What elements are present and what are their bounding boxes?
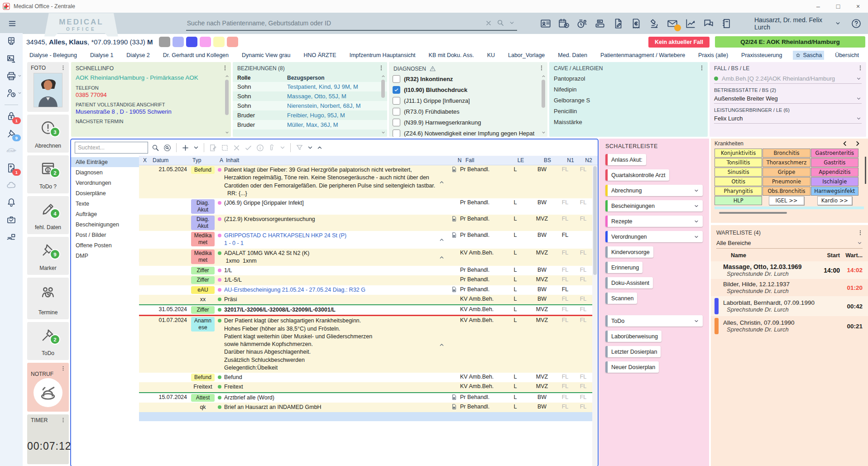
no-current-case-button[interactable]: Kein aktueller Fall bbox=[648, 37, 710, 48]
collapse-arrow-icon[interactable] bbox=[439, 167, 445, 197]
schnellinfo-scrollbar[interactable] bbox=[224, 74, 230, 135]
beziehungen-scrollbar[interactable] bbox=[380, 74, 386, 135]
schalter-rezepte[interactable]: Rezepte bbox=[605, 216, 703, 227]
panel-menu-icon[interactable] bbox=[857, 65, 863, 71]
tile-abrechnen[interactable]: 3Abrechnen bbox=[27, 115, 69, 153]
filter-bescheinigungen[interactable]: Bescheinigungen bbox=[71, 220, 139, 230]
krankheiten-vscrollbar[interactable] bbox=[865, 157, 866, 184]
tab-med-daten[interactable]: Med. Daten bbox=[556, 51, 590, 60]
timeline-row[interactable]: qkBrief an Hausarzt an INDAMED GmbHPr Be… bbox=[139, 403, 592, 412]
statistics-icon[interactable] bbox=[685, 18, 696, 29]
toolbox-icon[interactable] bbox=[0, 211, 23, 228]
printer-icon[interactable] bbox=[0, 67, 23, 85]
person-clock-icon[interactable] bbox=[0, 85, 23, 102]
beziehung-row[interactable]: SohnMassage, Otto, 55J, M bbox=[233, 91, 387, 101]
cabinet-icon[interactable] bbox=[0, 33, 23, 50]
krankheit-konjunktivitis[interactable]: Konjunktivitis bbox=[715, 149, 762, 158]
schalter-quartalskontrolle-arzt[interactable]: Quartalskontrolle Arzt bbox=[605, 169, 669, 181]
ledger-icon[interactable] bbox=[721, 18, 733, 29]
mail-icon[interactable] bbox=[667, 18, 678, 29]
tab-labor-vorlage[interactable]: Labor_Vorlage bbox=[506, 51, 547, 60]
timeline-grid-header[interactable]: X Datum Typ A Inhalt N Fall LE BS N1 N2 bbox=[139, 156, 598, 165]
patient-marker-blue[interactable] bbox=[186, 37, 197, 47]
diagnose-checkbox[interactable] bbox=[393, 130, 400, 137]
hand-box-icon[interactable] bbox=[0, 228, 23, 245]
tab-patientenmanagment-wartebere[interactable]: Patientenmanagment / Wartebere bbox=[598, 51, 687, 60]
minimize-button[interactable]: – bbox=[808, 0, 828, 13]
krankheit-obs-bronchitis[interactable]: Obs.Bronchitis bbox=[762, 187, 810, 196]
diagnose-checkbox[interactable] bbox=[393, 86, 400, 94]
krankheiten-prev-icon[interactable] bbox=[842, 140, 848, 147]
tab-dialyse-belegung[interactable]: Dialyse - Belegung bbox=[27, 51, 79, 60]
schalter-kindervorsorge[interactable]: Kindervorsorge bbox=[605, 246, 653, 258]
diagnose-item[interactable]: (N39.9) Harnwegserkrankung bbox=[389, 117, 547, 128]
panel-menu-icon[interactable] bbox=[222, 65, 228, 71]
tab-praxis-alle-[interactable]: Praxis (alle) bbox=[696, 51, 730, 60]
timeline-row[interactable]: Ziffer1/LPr Behandl.LBWFLFL bbox=[139, 266, 592, 275]
patient-search-input[interactable] bbox=[186, 19, 483, 27]
tab--bersicht[interactable]: Übersicht bbox=[833, 51, 861, 60]
calendar-clock-icon[interactable] bbox=[558, 18, 570, 29]
krankheit-thoraxschmerz[interactable]: Thoraxschmerz bbox=[762, 158, 810, 167]
schalter-scannen[interactable]: Scannen bbox=[605, 293, 637, 304]
patient-card-icon[interactable] bbox=[540, 18, 551, 29]
help-icon[interactable] bbox=[851, 18, 862, 29]
timeline-row[interactable]: 21.05.2024BefundPatient klagt über Fiebe… bbox=[139, 165, 592, 198]
document-pen-icon[interactable] bbox=[612, 18, 624, 29]
warteliste-entry[interactable]: Bilder, Hilde, 12.12.1937Sprechstunde Dr… bbox=[711, 279, 868, 296]
tile-marker[interactable]: 9Marker bbox=[27, 237, 69, 275]
hamburger-menu-icon[interactable] bbox=[7, 19, 17, 29]
patient-marker-lavender[interactable] bbox=[173, 37, 184, 47]
schalter-neuer-dosierplan[interactable]: Neuer Dosierplan bbox=[605, 361, 659, 373]
krankheit-sinusitis[interactable]: Sinusitis bbox=[715, 168, 762, 177]
schalter-labor-berweisung[interactable]: Laborüberweisung bbox=[605, 331, 662, 342]
krankheit-harnwegsinfekt[interactable]: Harnwegsinfekt bbox=[811, 187, 858, 196]
tile-menu-icon[interactable] bbox=[60, 65, 66, 71]
tab-kb-mit-doku-ass-[interactable]: KB mit Doku. Ass. bbox=[427, 51, 476, 60]
tile-notruf[interactable]: NOTRUF bbox=[27, 363, 69, 412]
warteliste-entry[interactable]: Massage, Otto, 12.03.1969Sprechstunde Dr… bbox=[711, 261, 868, 279]
le-dropdown[interactable]: Felix Lurch bbox=[714, 114, 862, 124]
panel-menu-icon[interactable] bbox=[538, 65, 545, 71]
filter-dosierpl-ne[interactable]: Dosierpläne bbox=[71, 188, 139, 198]
tab-dr-gerhardt-und-kollegen[interactable]: Dr. Gerhardt und Kollegen bbox=[161, 51, 231, 60]
invoice-euro-icon[interactable] bbox=[630, 18, 642, 29]
filter-texte[interactable]: Texte bbox=[71, 199, 139, 209]
timeline-row[interactable]: FreitextFreitextKV Amb.Beh.LMVZFLFL bbox=[139, 382, 592, 392]
timeline-row[interactable]: Ziffer1/L-5/LPr Behandl.LMVZFLFL bbox=[139, 275, 592, 285]
schalter-anlass-akut-[interactable]: Anlass Akut: bbox=[605, 154, 646, 165]
tile-fehl-daten[interactable]: 4fehl. Daten bbox=[27, 196, 69, 234]
diagnose-checkbox[interactable] bbox=[393, 108, 400, 115]
chevron-down-icon[interactable] bbox=[307, 144, 313, 151]
patient-marker-pink[interactable] bbox=[200, 37, 211, 47]
image-sync-icon[interactable] bbox=[0, 50, 23, 67]
panel-menu-icon[interactable] bbox=[378, 65, 384, 71]
timeline-vertical-scrollbar[interactable] bbox=[592, 165, 598, 466]
patient-marker-yellow[interactable] bbox=[213, 37, 225, 47]
insurer-link[interactable]: AOK Rheinland/Hamburg - Primärkasse AOK bbox=[71, 73, 231, 82]
tab-dialyse-1[interactable]: Dialyse 1 bbox=[88, 51, 115, 60]
schalter-todo[interactable]: ToDo bbox=[605, 315, 703, 327]
diagnose-checkbox[interactable] bbox=[393, 97, 400, 105]
schalter-bescheinigungen[interactable]: Bescheinigungen bbox=[605, 200, 703, 211]
diagnose-item[interactable]: (R32) Inkontinenz bbox=[389, 73, 547, 84]
filter-offene-posten[interactable]: Offene Posten bbox=[71, 240, 139, 250]
krankheit-pharyngitis[interactable]: Pharyngitis bbox=[715, 187, 762, 196]
lock-icon[interactable]: 1 bbox=[0, 108, 23, 125]
tile-menu-icon[interactable] bbox=[60, 417, 66, 423]
tab-dynamic-view-grau[interactable]: Dynamic View grau bbox=[240, 51, 293, 60]
current-doctor-dropdown[interactable]: Hausarzt, Dr. med. Felix Lurch bbox=[754, 16, 841, 31]
krankheit-pneumonie[interactable]: Pneumonie bbox=[762, 177, 810, 186]
schalter-abrechnung[interactable]: Abrechnung bbox=[605, 185, 703, 196]
warteliste-entry[interactable]: Alles, Christin, 07.09.1990Sprechstunde … bbox=[711, 316, 868, 336]
timeline-row[interactable]: Medika metGRIPPOSTAD C HARTKAPSELN HKP 2… bbox=[139, 231, 592, 249]
patient-marker-gray[interactable] bbox=[159, 37, 170, 47]
clear-search-icon[interactable] bbox=[485, 19, 492, 27]
plus-icon[interactable] bbox=[181, 144, 190, 152]
maximize-button[interactable]: □ bbox=[828, 0, 848, 13]
tab-hno-rzte[interactable]: HNO ÄRZTE bbox=[301, 51, 338, 60]
cloud-icon[interactable] bbox=[0, 177, 23, 194]
search-bold-icon[interactable] bbox=[151, 144, 160, 152]
diagnose-item[interactable]: (J11.1) Grippe [Influenza] bbox=[389, 95, 547, 106]
waiting-clock-icon[interactable] bbox=[576, 18, 588, 29]
